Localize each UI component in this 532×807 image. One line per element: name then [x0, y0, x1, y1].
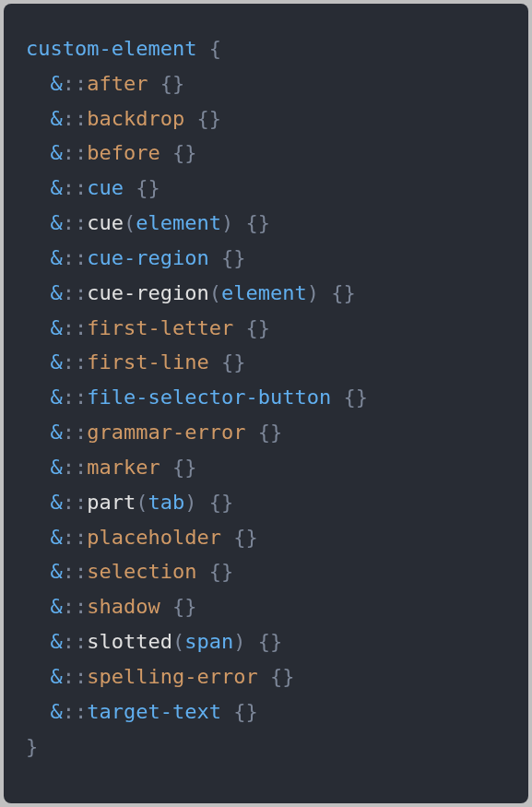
- pseudo-sep-token: ::: [63, 526, 88, 549]
- paren-close-token: ): [233, 630, 245, 653]
- code-line-rule: &::shadow {}: [26, 589, 506, 624]
- ampersand-token: &: [50, 176, 62, 199]
- rule-braces-token: {}: [160, 595, 197, 618]
- code-line-rule: &::target-text {}: [26, 694, 506, 730]
- ampersand-token: &: [50, 665, 62, 688]
- pseudo-func-token: cue: [87, 211, 124, 234]
- code-line-rule: &::marker {}: [26, 450, 506, 485]
- pseudo-name-token: grammar-error: [87, 421, 245, 444]
- rule-braces-token: {}: [209, 246, 246, 269]
- pseudo-sep-token: ::: [63, 421, 88, 444]
- ampersand-token: &: [50, 316, 62, 339]
- pseudo-name-token: spelling-error: [87, 665, 257, 688]
- pseudo-name-token: placeholder: [87, 526, 221, 549]
- pseudo-sep-token: ::: [63, 316, 88, 339]
- ampersand-token: &: [50, 491, 62, 514]
- ampersand-token: &: [50, 595, 62, 618]
- code-line-rule: &::first-line {}: [26, 345, 506, 380]
- pseudo-arg-token: element: [221, 281, 307, 304]
- code-line-rule: &::first-letter {}: [26, 311, 506, 346]
- pseudo-name-token: marker: [87, 456, 160, 479]
- pseudo-sep-token: ::: [63, 107, 88, 130]
- ampersand-token: &: [50, 630, 62, 653]
- ampersand-token: &: [50, 421, 62, 444]
- pseudo-keyword-token: cue: [87, 176, 124, 199]
- code-line-rule: &::backdrop {}: [26, 101, 506, 136]
- code-line-rule: &::spelling-error {}: [26, 659, 506, 694]
- code-line-rule: &::cue-region {}: [26, 241, 506, 276]
- code-line-rule: &::before {}: [26, 136, 506, 171]
- pseudo-sep-token: ::: [63, 630, 88, 653]
- rule-braces-token: {}: [160, 141, 197, 164]
- pseudo-sep-token: ::: [63, 700, 88, 723]
- pseudo-keyword-token: file-selector-button: [87, 386, 331, 409]
- code-line-rule: &::file-selector-button {}: [26, 380, 506, 415]
- pseudo-name-token: first-line: [87, 350, 208, 374]
- code-line-rule: &::part(tab) {}: [26, 485, 506, 520]
- ampersand-token: &: [50, 211, 62, 234]
- code-line-rule: &::cue-region(element) {}: [26, 276, 506, 311]
- rule-braces-token: {}: [148, 72, 184, 95]
- ampersand-token: &: [50, 107, 62, 130]
- pseudo-sep-token: ::: [63, 72, 88, 95]
- pseudo-name-token: selection: [87, 560, 196, 583]
- paren-close-token: ): [307, 281, 319, 304]
- code-line-rule: &::cue {}: [26, 171, 506, 206]
- paren-open-token: (: [209, 281, 221, 304]
- code-editor[interactable]: custom-element { &::after {}&::backdrop …: [4, 4, 528, 803]
- rule-braces-token: {}: [233, 211, 270, 234]
- code-line-selector: custom-element {: [26, 31, 506, 66]
- pseudo-arg-token: tab: [148, 491, 184, 514]
- rule-braces-token: {}: [233, 316, 270, 339]
- ampersand-token: &: [50, 246, 62, 269]
- pseudo-sep-token: ::: [63, 176, 88, 199]
- code-line-rule: &::placeholder {}: [26, 520, 506, 555]
- pseudo-name-token: before: [87, 141, 160, 164]
- pseudo-func-token: part: [87, 491, 136, 514]
- pseudo-sep-token: ::: [63, 386, 88, 409]
- rule-braces-token: {}: [124, 176, 160, 199]
- rule-braces-token: {}: [258, 665, 295, 688]
- pseudo-sep-token: ::: [63, 595, 88, 618]
- pseudo-name-token: after: [87, 72, 148, 95]
- rule-braces-token: {}: [245, 630, 282, 653]
- code-line-rule: &::grammar-error {}: [26, 415, 506, 450]
- rule-braces-token: {}: [196, 491, 233, 514]
- ampersand-token: &: [50, 350, 62, 374]
- pseudo-sep-token: ::: [63, 560, 88, 583]
- ampersand-token: &: [50, 386, 62, 409]
- pseudo-arg-token: span: [184, 630, 233, 653]
- pseudo-sep-token: ::: [63, 665, 88, 688]
- rule-braces-token: {}: [184, 107, 221, 130]
- paren-open-token: (: [172, 630, 184, 653]
- code-line-rule: &::selection {}: [26, 554, 506, 589]
- ampersand-token: &: [50, 700, 62, 723]
- pseudo-sep-token: ::: [63, 491, 88, 514]
- pseudo-sep-token: ::: [63, 246, 88, 269]
- pseudo-sep-token: ::: [63, 211, 88, 234]
- ampersand-token: &: [50, 456, 62, 479]
- pseudo-func-token: slotted: [87, 630, 172, 653]
- rule-braces-token: {}: [245, 421, 282, 444]
- pseudo-func-token: cue-region: [87, 281, 208, 304]
- rule-braces-token: {}: [160, 456, 197, 479]
- code-line-rule: &::after {}: [26, 66, 506, 101]
- rule-braces-token: {}: [331, 386, 368, 409]
- pseudo-keyword-token: cue-region: [87, 246, 208, 269]
- paren-open-token: (: [136, 491, 148, 514]
- ampersand-token: &: [50, 526, 62, 549]
- rule-braces-token: {}: [221, 526, 258, 549]
- ampersand-token: &: [50, 281, 62, 304]
- paren-close-token: ): [184, 491, 196, 514]
- code-line-rule: &::slotted(span) {}: [26, 624, 506, 659]
- code-line-close: }: [26, 730, 506, 765]
- brace-close-token: }: [26, 735, 38, 758]
- ampersand-token: &: [50, 72, 62, 95]
- pseudo-sep-token: ::: [63, 281, 88, 304]
- pseudo-sep-token: ::: [63, 350, 88, 374]
- paren-close-token: ): [221, 211, 233, 234]
- pseudo-arg-token: element: [136, 211, 221, 234]
- pseudo-sep-token: ::: [63, 456, 88, 479]
- selector-token: custom-element: [26, 37, 196, 60]
- brace-open-token: {: [196, 37, 221, 60]
